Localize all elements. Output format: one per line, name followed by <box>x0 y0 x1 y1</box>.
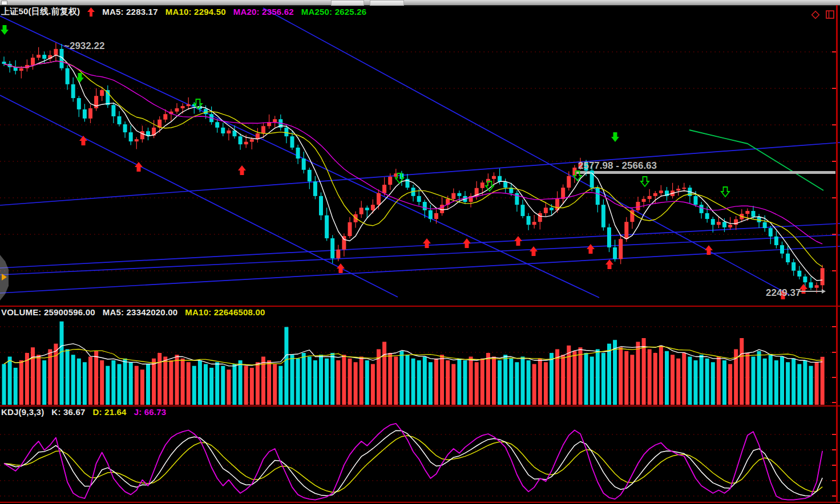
candle-body <box>100 90 104 96</box>
volume-bar <box>365 360 369 405</box>
volume-bar <box>399 351 403 405</box>
volume-bar <box>123 359 127 405</box>
volume-bar <box>31 347 35 405</box>
candle-body <box>745 211 749 214</box>
candle-body <box>348 222 352 236</box>
symbol-title[interactable]: 上证50(日线.前复权) <box>1 6 80 17</box>
candle-body <box>451 193 455 199</box>
gap-bar <box>575 171 835 174</box>
volume-bar <box>221 366 225 405</box>
volume-bar <box>769 355 773 405</box>
ma250-line <box>689 130 823 190</box>
volume-bar <box>527 360 531 405</box>
volume-bar <box>135 366 139 405</box>
volume-bar <box>233 364 237 405</box>
candle-body <box>181 106 185 108</box>
volume-bar <box>653 353 657 405</box>
volume-bar <box>630 355 634 405</box>
candle-body <box>227 131 231 133</box>
candle-body <box>642 199 646 202</box>
volume-bar <box>803 360 807 405</box>
candle-body <box>284 128 288 136</box>
candle-body <box>336 250 340 258</box>
sell-signal-arrow-hollow <box>641 177 649 186</box>
volume-bar <box>267 360 271 405</box>
volume-bar <box>77 359 81 405</box>
kdj-indicator-name[interactable]: KDJ(9,3,3) <box>1 407 44 417</box>
kdj-pane-header: KDJ(9,3,3) K: 36.67 D: 21.64 J: 66.73 <box>1 407 166 417</box>
candle-body <box>705 213 709 219</box>
volume-bar <box>579 347 583 405</box>
volume-bar <box>596 349 600 405</box>
volume-bar <box>371 364 375 405</box>
volume-bar <box>486 353 490 405</box>
volume-bar <box>567 346 571 405</box>
trading-app-window: ~2932.222577.98 - 2566.632249.37 上证50(日线… <box>0 0 840 504</box>
ma250-value: MA250: 2625.26 <box>301 7 367 17</box>
volume-bar <box>607 344 611 405</box>
volume-bar <box>158 353 161 405</box>
volume-bar <box>296 359 300 405</box>
candle-body <box>244 142 248 144</box>
candle-body <box>371 205 375 210</box>
volume-bar <box>187 362 191 405</box>
volume-bar <box>797 364 801 405</box>
sell-signal-arrow-hollow <box>486 181 494 191</box>
candle-body <box>503 182 507 188</box>
candle-body <box>302 158 306 170</box>
candle-body <box>163 114 167 120</box>
candle-body <box>296 148 300 158</box>
volume-bar <box>700 355 704 405</box>
candle-body <box>763 222 767 228</box>
kdj-j-value: J: 66.73 <box>134 407 167 417</box>
volume-bar <box>388 353 392 405</box>
volume-bar <box>37 355 41 405</box>
volume-bar <box>538 359 542 405</box>
candle-body <box>77 98 81 109</box>
volume-bar <box>284 327 288 405</box>
candle-body <box>544 208 548 213</box>
restore-window-icon[interactable] <box>825 10 835 20</box>
candle-body <box>2 62 6 64</box>
volume-bar <box>19 360 23 405</box>
candle-body <box>711 219 715 225</box>
candle-body <box>423 202 427 210</box>
diamond-icon[interactable] <box>810 10 821 20</box>
volume-bar <box>624 351 628 405</box>
right-border <box>836 5 838 502</box>
volume-bar <box>106 366 110 405</box>
volume-bar <box>2 364 6 405</box>
buy-signal-arrow <box>238 165 246 175</box>
candle-body <box>221 128 225 133</box>
price-ma5-line <box>4 55 822 281</box>
candle-body <box>88 108 92 119</box>
volume-ma5-value: MA5: 23342020.00 <box>103 307 178 317</box>
candle-body <box>457 193 461 196</box>
chart-canvas: ~2932.222577.98 - 2566.632249.37 <box>0 0 840 504</box>
candle-body <box>111 105 115 116</box>
kdj-k-line <box>4 430 822 496</box>
candle-body <box>780 245 784 254</box>
volume-bar <box>463 360 467 405</box>
candle-body <box>377 193 381 205</box>
candle-body <box>37 55 41 58</box>
volume-bar <box>14 368 18 405</box>
expand-right-icon <box>2 274 7 281</box>
candle-body <box>66 68 70 84</box>
volume-bar <box>302 353 306 405</box>
volume-bar <box>590 357 594 405</box>
volume-bar <box>175 355 179 405</box>
trendline-blue-5 <box>0 235 840 275</box>
candle-body <box>636 202 640 210</box>
volume-bar <box>348 359 352 405</box>
volume-bar <box>129 362 133 405</box>
candle-body <box>769 228 773 237</box>
volume-bar <box>584 353 588 405</box>
candle-body <box>19 68 23 71</box>
volume-pane-header: VOLUME: 25900596.00 MA5: 23342020.00 MA1… <box>1 307 265 317</box>
volume-bar <box>71 355 75 405</box>
candle-body <box>601 205 605 227</box>
candle-body <box>365 208 369 210</box>
candle-body <box>123 124 127 132</box>
volume-value: VOLUME: 25900596.00 <box>1 307 95 317</box>
